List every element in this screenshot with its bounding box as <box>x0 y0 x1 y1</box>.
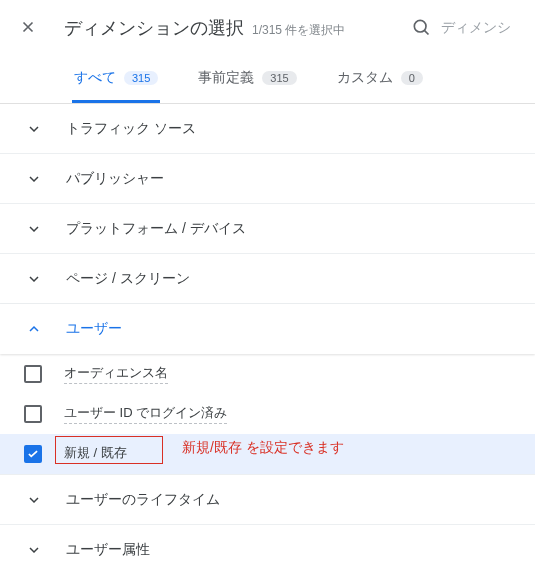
group-label: ユーザー属性 <box>66 541 150 559</box>
group-label: ページ / スクリーン <box>66 270 190 288</box>
tab-label: 事前定義 <box>198 69 254 87</box>
tabs: すべて 315 事前定義 315 カスタム 0 <box>0 56 535 104</box>
tab-label: すべて <box>74 69 116 87</box>
item-label: オーディエンス名 <box>64 364 168 384</box>
group-label: プラットフォーム / デバイス <box>66 220 246 238</box>
item-label: ユーザー ID でログイン済み <box>64 404 227 424</box>
tab-count: 0 <box>401 71 423 85</box>
chevron-down-icon <box>24 540 44 560</box>
group-user-items: オーディエンス名 ユーザー ID でログイン済み 新規 / 既存 <box>0 354 535 475</box>
item-audience-name[interactable]: オーディエンス名 <box>0 354 535 394</box>
selection-count: 1/315 件を選択中 <box>252 22 345 39</box>
tab-predefined[interactable]: 事前定義 315 <box>196 56 298 103</box>
tab-label: カスタム <box>337 69 393 87</box>
checkbox-checked-icon <box>24 445 42 463</box>
item-new-returning[interactable]: 新規 / 既存 <box>0 434 535 474</box>
checkbox-unchecked-icon <box>24 365 42 383</box>
chevron-down-icon <box>24 219 44 239</box>
group-label: パブリッシャー <box>66 170 164 188</box>
tab-custom[interactable]: カスタム 0 <box>335 56 425 103</box>
group-label: トラフィック ソース <box>66 120 196 138</box>
group-platform-device[interactable]: プラットフォーム / デバイス <box>0 204 535 254</box>
tab-all[interactable]: すべて 315 <box>72 56 160 103</box>
group-publisher[interactable]: パブリッシャー <box>0 154 535 204</box>
svg-point-0 <box>414 20 426 32</box>
item-logged-in-userid[interactable]: ユーザー ID でログイン済み <box>0 394 535 434</box>
chevron-down-icon <box>24 169 44 189</box>
group-page-screen[interactable]: ページ / スクリーン <box>0 254 535 304</box>
chevron-up-icon <box>24 319 44 339</box>
dialog-title: ディメンションの選択 <box>64 16 244 40</box>
dimension-list: トラフィック ソース パブリッシャー プラットフォーム / デバイス ページ /… <box>0 104 535 569</box>
chevron-down-icon <box>24 269 44 289</box>
item-label: 新規 / 既存 <box>64 444 127 464</box>
search-placeholder: ディメンシ <box>441 19 511 37</box>
search-icon <box>411 17 431 40</box>
chevron-down-icon <box>24 119 44 139</box>
group-user[interactable]: ユーザー <box>0 304 535 354</box>
search-input[interactable]: ディメンシ <box>403 17 519 40</box>
close-button[interactable] <box>8 8 48 48</box>
group-label: ユーザーのライフタイム <box>66 491 220 509</box>
chevron-down-icon <box>24 490 44 510</box>
close-icon <box>19 18 37 39</box>
group-user-lifetime[interactable]: ユーザーのライフタイム <box>0 475 535 525</box>
tab-count: 315 <box>124 71 158 85</box>
group-label: ユーザー <box>66 320 122 338</box>
group-user-attributes[interactable]: ユーザー属性 <box>0 525 535 569</box>
checkbox-unchecked-icon <box>24 405 42 423</box>
group-traffic-source[interactable]: トラフィック ソース <box>0 104 535 154</box>
tab-count: 315 <box>262 71 296 85</box>
